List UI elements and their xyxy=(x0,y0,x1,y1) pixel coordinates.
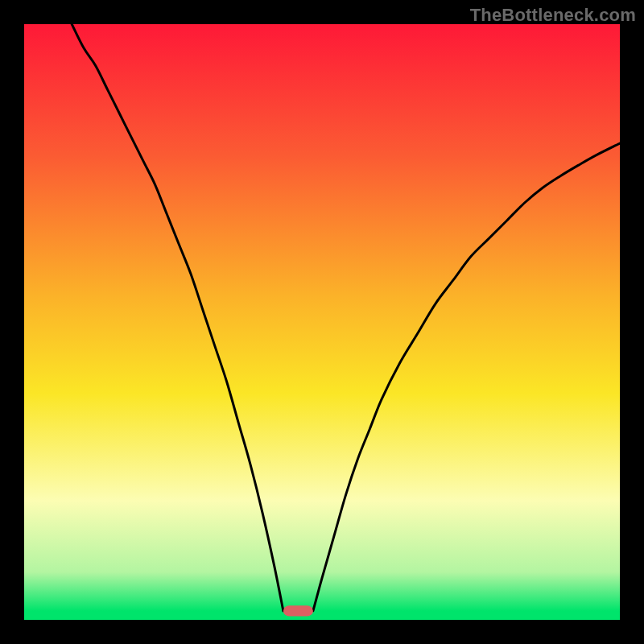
bottleneck-chart xyxy=(24,24,620,620)
chart-frame xyxy=(24,24,620,620)
watermark-text: TheBottleneck.com xyxy=(470,5,636,26)
gradient-background xyxy=(24,24,620,620)
min-marker xyxy=(283,605,313,616)
